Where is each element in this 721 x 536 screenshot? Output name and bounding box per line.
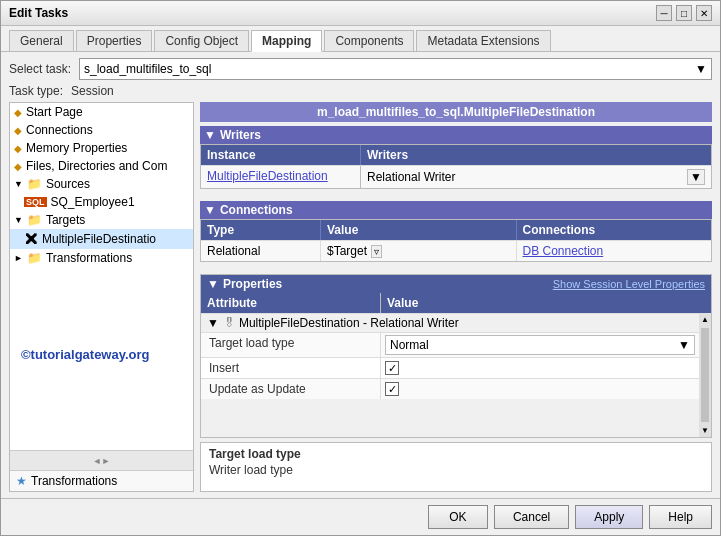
connections-section: ▼ Connections Type Value Connections Rel…: [200, 201, 712, 266]
writers-section-header[interactable]: ▼ Writers: [200, 126, 712, 144]
close-button[interactable]: ✕: [696, 5, 712, 21]
group-expand-icon[interactable]: ▼: [207, 316, 219, 330]
task-select-arrow-icon: ▼: [695, 62, 707, 76]
task-row: Select task: s_load_multifiles_to_sql ▼: [9, 58, 712, 80]
scroll-thumb[interactable]: [701, 328, 709, 422]
tree-label: Targets: [46, 213, 85, 227]
tab-metadata-extensions[interactable]: Metadata Extensions: [416, 30, 550, 51]
properties-rows: ▼ 🎖 MultipleFileDestination - Relational…: [201, 313, 699, 437]
tree-panel: ◆ Start Page ◆ Connections ◆ Memory Prop…: [9, 102, 194, 492]
insert-checkbox[interactable]: ✓: [385, 361, 399, 375]
prop-row-update-as-update: Update as Update ✓: [201, 378, 699, 399]
properties-section-label: Properties: [223, 277, 282, 291]
tree-scroll-area: ◆ Start Page ◆ Connections ◆ Memory Prop…: [10, 103, 193, 450]
title-bar-buttons: ─ □ ✕: [656, 5, 712, 21]
select-task-label: Select task:: [9, 62, 71, 76]
connections-table-row: Relational $Target ▿ DB Connection: [201, 240, 711, 261]
show-session-level-link[interactable]: Show Session Level Properties: [553, 278, 705, 290]
connection-input-icon[interactable]: ▿: [371, 245, 382, 258]
col-connections-header: Connections: [517, 220, 712, 240]
col-writers-header: Writers: [361, 145, 711, 165]
tree-item-multiple-file-destination[interactable]: 🗙 MultipleFileDestinatio: [10, 229, 193, 249]
apply-button[interactable]: Apply: [575, 505, 643, 529]
connection-value-cell: $Target ▿: [321, 241, 517, 261]
ok-button[interactable]: OK: [428, 505, 488, 529]
connection-db-link[interactable]: DB Connection: [523, 244, 604, 258]
tree-label: Connections: [26, 123, 93, 137]
task-select-dropdown[interactable]: s_load_multifiles_to_sql ▼: [79, 58, 712, 80]
scroll-up-icon[interactable]: ▲: [699, 313, 711, 326]
scroll-down-icon[interactable]: ▼: [699, 424, 711, 437]
writers-dropdown-arrow-icon[interactable]: ▼: [687, 169, 705, 185]
prop-attr-insert: Insert: [201, 358, 381, 378]
diamond-icon: ◆: [14, 161, 22, 172]
prop-val-target-load-type: Normal ▼: [381, 333, 699, 357]
diamond-icon: ◆: [14, 143, 22, 154]
tab-config-object[interactable]: Config Object: [154, 30, 249, 51]
tree-label: Sources: [46, 177, 90, 191]
tree-label: Start Page: [26, 105, 83, 119]
diamond-icon: ◆: [14, 125, 22, 136]
help-button[interactable]: Help: [649, 505, 712, 529]
maximize-button[interactable]: □: [676, 5, 692, 21]
content-area: Select task: s_load_multifiles_to_sql ▼ …: [1, 52, 720, 498]
update-as-update-checkbox[interactable]: ✓: [385, 382, 399, 396]
tab-mapping[interactable]: Mapping: [251, 30, 322, 52]
connection-type-cell: Relational: [201, 241, 321, 261]
tab-properties[interactable]: Properties: [76, 30, 153, 51]
properties-collapse-icon[interactable]: ▼: [207, 277, 219, 291]
tree-item-targets[interactable]: ▼ 📁 Targets: [10, 211, 193, 229]
tree-item-files-directories[interactable]: ◆ Files, Directories and Com: [10, 157, 193, 175]
properties-group-header: ▼ 🎖 MultipleFileDestination - Relational…: [201, 313, 699, 332]
folder-icon: 📁: [27, 213, 42, 227]
connections-table-header: Type Value Connections: [201, 220, 711, 240]
expand-icon: ▼: [14, 215, 23, 225]
col-type-header: Type: [201, 220, 321, 240]
tab-general[interactable]: General: [9, 30, 74, 51]
prop-row-insert: Insert ✓: [201, 357, 699, 378]
info-text: Writer load type: [209, 463, 703, 477]
sql-icon: SQL: [24, 197, 47, 207]
target-load-type-dropdown[interactable]: Normal ▼: [385, 335, 695, 355]
minimize-button[interactable]: ─: [656, 5, 672, 21]
writers-section: ▼ Writers Instance Writers MultipleFileD…: [200, 126, 712, 193]
properties-scrollbar[interactable]: ▲ ▼: [699, 313, 711, 437]
edit-tasks-window: Edit Tasks ─ □ ✕ General Properties Conf…: [0, 0, 721, 536]
tree-footer[interactable]: ★ Transformations: [10, 470, 193, 491]
connections-table: Type Value Connections Relational $Targe…: [200, 219, 712, 262]
connections-section-header[interactable]: ▼ Connections: [200, 201, 712, 219]
target-icon: 🗙: [24, 231, 38, 247]
folder-icon: 📁: [27, 251, 42, 265]
writers-instance-link[interactable]: MultipleFileDestination: [207, 169, 328, 183]
properties-header-left: ▼ Properties: [207, 277, 282, 291]
tree-item-connections[interactable]: ◆ Connections: [10, 121, 193, 139]
tree-item-sources[interactable]: ▼ 📁 Sources: [10, 175, 193, 193]
connection-connections-cell: DB Connection: [517, 241, 712, 261]
writers-collapse-icon: ▼: [204, 128, 216, 142]
transform-footer-icon: ★: [16, 474, 27, 488]
expand-icon: ▼: [14, 179, 23, 189]
col-value-header: Value: [321, 220, 517, 240]
main-area: ©tutorialgateway.org ◆ Start Page ◆ Conn…: [9, 102, 712, 492]
tree-item-sq-employee[interactable]: SQL SQ_Employee1: [10, 193, 193, 211]
dropdown-arrow-icon: ▼: [678, 338, 690, 352]
tree-resize-handle[interactable]: ◄►: [10, 450, 193, 470]
tree-item-memory-properties[interactable]: ◆ Memory Properties: [10, 139, 193, 157]
tree-footer-label: Transformations: [31, 474, 117, 488]
button-row: OK Cancel Apply Help: [1, 498, 720, 535]
folder-icon: 📁: [27, 177, 42, 191]
info-area: Target load type Writer load type: [200, 442, 712, 492]
diamond-icon: ◆: [14, 107, 22, 118]
tab-components[interactable]: Components: [324, 30, 414, 51]
tree-label: Files, Directories and Com: [26, 159, 167, 173]
group-icon: 🎖: [223, 316, 235, 330]
tree-item-start-page[interactable]: ◆ Start Page: [10, 103, 193, 121]
connections-section-label: Connections: [220, 203, 293, 217]
tree-item-transformations[interactable]: ► 📁 Transformations: [10, 249, 193, 267]
col-instance-header: Instance: [201, 145, 361, 165]
tabs-row: General Properties Config Object Mapping…: [1, 26, 720, 52]
dropdown-value: Normal: [390, 338, 429, 352]
section-header-bar: m_load_multifiles_to_sql.MultipleFileDes…: [200, 102, 712, 122]
task-select-value: s_load_multifiles_to_sql: [84, 62, 211, 76]
cancel-button[interactable]: Cancel: [494, 505, 569, 529]
